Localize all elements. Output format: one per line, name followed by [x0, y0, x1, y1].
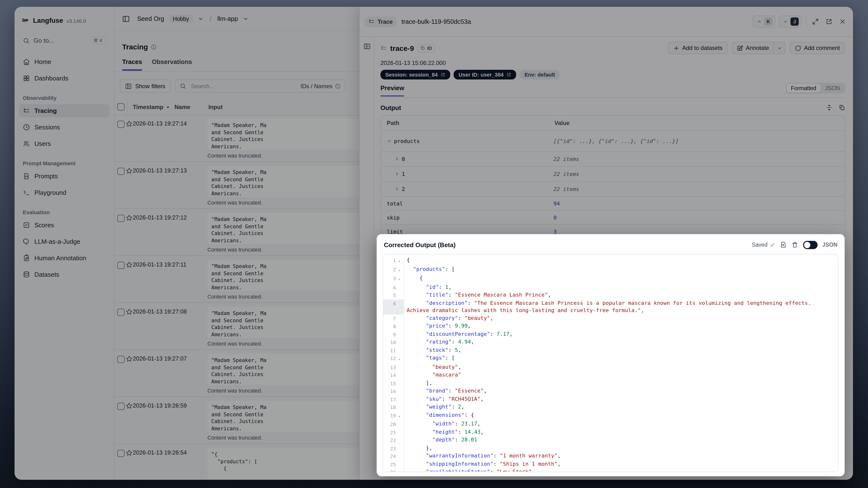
fold-spacer	[396, 371, 403, 379]
code-line[interactable]: 19▾ "dimensions": {	[383, 411, 838, 420]
line-gutter: 11	[383, 346, 404, 354]
code-text: "sku": "RCH45Q1A",	[404, 395, 838, 403]
code-line[interactable]: 3▾ {	[383, 274, 838, 283]
line-gutter: 14	[383, 371, 404, 379]
code-text: "description": "The Essence Mascara Lash…	[404, 299, 838, 314]
line-gutter: 22	[383, 436, 404, 444]
line-gutter: 2▾	[383, 265, 404, 274]
fold-spacer	[396, 420, 403, 428]
line-gutter: 5	[383, 291, 404, 299]
line-number: 15	[383, 379, 396, 387]
json-toggle-label: JSON	[822, 242, 837, 248]
code-line[interactable]: 15 ],	[383, 379, 838, 387]
line-number: 13	[383, 363, 396, 371]
code-line[interactable]: 22 "depth": 28.01	[383, 436, 838, 444]
code-line[interactable]: 4 "id": 1,	[383, 283, 838, 291]
fold-spacer	[396, 299, 403, 314]
line-gutter: 16	[383, 387, 404, 395]
fold-arrow-icon[interactable]: ▾	[396, 354, 403, 363]
fold-spacer	[396, 436, 403, 444]
code-line[interactable]: 10 "rating": 4.94,	[383, 338, 838, 346]
code-text: "products": [	[404, 265, 838, 274]
line-number: 11	[383, 346, 396, 354]
code-line[interactable]: 2▾ "products": [	[383, 265, 838, 274]
line-number: 3	[383, 274, 396, 283]
fold-arrow-icon[interactable]: ▾	[396, 265, 403, 274]
line-gutter: 12▾	[383, 354, 404, 363]
json-editor[interactable]: 1▾{2▾ "products": [3▾ {4 "id": 1,5 "titl…	[383, 254, 838, 472]
code-line[interactable]: 12▾ "tags": [	[383, 354, 838, 363]
code-line[interactable]: 18 "weight": 2,	[383, 403, 838, 411]
code-line[interactable]: 17 "sku": "RCH45Q1A",	[383, 395, 838, 403]
line-gutter: 24	[383, 452, 404, 460]
code-line[interactable]: 25 "shippingInformation": "Ships in 1 mo…	[383, 460, 838, 468]
code-line[interactable]: 20 "width": 23.17,	[383, 420, 838, 428]
code-text: "dimensions": {	[404, 411, 838, 420]
fold-spacer	[396, 452, 403, 460]
code-text: "id": 1,	[404, 283, 838, 291]
line-gutter: 20	[383, 420, 404, 428]
code-line[interactable]: 7 "category": "beauty",	[383, 314, 838, 322]
line-number: 10	[383, 338, 396, 346]
saved-status: Saved	[752, 242, 775, 248]
code-line[interactable]: 23 },	[383, 444, 838, 452]
code-line[interactable]: 21 "height": 14.43,	[383, 428, 838, 436]
line-gutter: 21	[383, 428, 404, 436]
code-text: "discountPercentage": 7.17,	[404, 330, 838, 338]
code-line[interactable]: 14 "mascara"	[383, 371, 838, 379]
line-number: 14	[383, 371, 396, 379]
code-line[interactable]: 1▾{	[383, 256, 838, 265]
code-text: "height": 14.43,	[404, 428, 838, 436]
line-number: 22	[383, 436, 396, 444]
code-text: "brand": "Essence",	[404, 387, 838, 395]
code-line[interactable]: 13 "beauty",	[383, 363, 838, 371]
line-gutter: 23	[383, 444, 404, 452]
fold-spacer	[396, 338, 403, 346]
code-line[interactable]: 11 "stock": 5,	[383, 346, 838, 354]
line-number: 18	[383, 403, 396, 411]
code-line[interactable]: 5 "title": "Essence Mascara Lash Prince"…	[383, 291, 838, 299]
fold-spacer	[396, 291, 403, 299]
fold-spacer	[396, 322, 403, 330]
line-gutter: 7	[383, 314, 404, 322]
line-gutter: 26	[383, 468, 404, 472]
fold-spacer	[396, 379, 403, 387]
line-number: 9	[383, 330, 396, 338]
line-number: 7	[383, 314, 396, 322]
code-text: {	[404, 256, 838, 265]
line-gutter: 8	[383, 322, 404, 330]
code-text: "stock": 5,	[404, 346, 838, 354]
code-line[interactable]: 6 "description": "The Essence Mascara La…	[383, 299, 838, 314]
line-gutter: 17	[383, 395, 404, 403]
json-toggle[interactable]	[803, 241, 817, 249]
fold-spacer	[396, 314, 403, 322]
code-text: "width": 23.17,	[404, 420, 838, 428]
corrected-output-card: Corrected Output (Beta) Saved JSON 1▾{2▾…	[377, 234, 845, 476]
line-number: 17	[383, 395, 396, 403]
delete-icon[interactable]	[791, 241, 798, 248]
line-gutter: 19▾	[383, 411, 404, 420]
code-text: "depth": 28.01	[404, 436, 838, 444]
code-line[interactable]: 26 "availabilityStatus": "Low Stock",	[383, 468, 838, 472]
save-icon[interactable]	[780, 241, 786, 248]
code-line[interactable]: 8 "price": 9.99,	[383, 322, 838, 330]
code-line[interactable]: 16 "brand": "Essence",	[383, 387, 838, 395]
code-text: "shippingInformation": "Ships in 1 month…	[404, 460, 838, 468]
fold-arrow-icon[interactable]: ▾	[396, 274, 403, 283]
code-text: "title": "Essence Mascara Lash Prince",	[404, 291, 838, 299]
check-icon	[769, 242, 775, 247]
code-text: "mascara"	[404, 371, 838, 379]
fold-arrow-icon[interactable]: ▾	[396, 411, 403, 420]
line-gutter: 4	[383, 283, 404, 291]
code-text: "availabilityStatus": "Low Stock",	[404, 468, 838, 472]
line-number: 21	[383, 428, 396, 436]
code-line[interactable]: 9 "discountPercentage": 7.17,	[383, 330, 838, 338]
fold-arrow-icon[interactable]: ▾	[396, 256, 403, 265]
line-number: 20	[383, 420, 396, 428]
fold-spacer	[396, 403, 403, 411]
code-line[interactable]: 24 "warrantyInformation": "1 month warra…	[383, 452, 838, 460]
line-gutter: 9	[383, 330, 404, 338]
line-number: 1	[383, 256, 396, 265]
fold-spacer	[396, 468, 403, 472]
line-number: 5	[383, 291, 396, 299]
